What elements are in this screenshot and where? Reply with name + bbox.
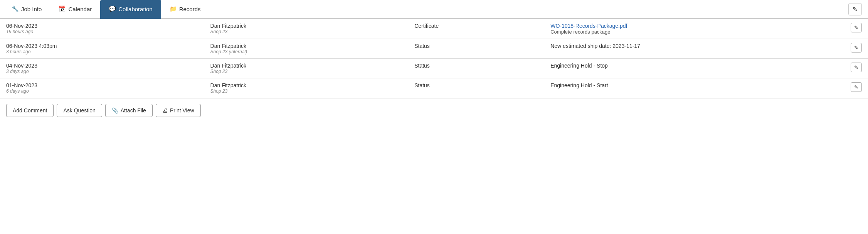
detail-text: New estimated ship date: 2023-11-17 xyxy=(550,43,838,49)
date-primary: 01-Nov-2023 xyxy=(6,82,198,88)
date-primary: 04-Nov-2023 xyxy=(6,63,198,69)
tab-job-info[interactable]: 🔧Job Info xyxy=(3,0,50,19)
date-secondary: 3 days ago xyxy=(6,69,198,74)
cell-type-2: Status xyxy=(408,59,544,78)
date-primary: 06-Nov-2023 4:03pm xyxy=(6,43,198,49)
print-view-icon: 🖨 xyxy=(162,107,168,114)
cell-action-0: ✎ xyxy=(844,19,868,39)
cell-person-0: Dan FitzpatrickShop 23 xyxy=(204,19,409,39)
table-row: 06-Nov-202319 hours agoDan FitzpatrickSh… xyxy=(0,19,868,39)
ask-question-button[interactable]: Ask Question xyxy=(57,104,102,117)
person-sub: Shop 23 xyxy=(210,69,402,74)
print-view-button[interactable]: 🖨Print View xyxy=(156,104,201,117)
person-name: Dan Fitzpatrick xyxy=(210,43,402,49)
cell-action-2: ✎ xyxy=(844,59,868,78)
records-icon: 📁 xyxy=(170,5,177,12)
cell-date-0: 06-Nov-202319 hours ago xyxy=(0,19,204,39)
detail-text: Engineering Hold - Start xyxy=(550,82,838,88)
print-view-label: Print View xyxy=(170,107,194,114)
tab-label: Job Info xyxy=(21,6,42,12)
tab-calendar[interactable]: 📅Calendar xyxy=(50,0,100,19)
person-name: Dan Fitzpatrick xyxy=(210,82,402,88)
cell-type-1: Status xyxy=(408,39,544,59)
add-comment-button[interactable]: Add Comment xyxy=(6,104,54,117)
table-row: 04-Nov-20233 days agoDan FitzpatrickShop… xyxy=(0,59,868,78)
calendar-icon: 📅 xyxy=(59,5,66,12)
attach-file-icon: 📎 xyxy=(112,107,118,114)
tab-label: Records xyxy=(179,6,201,12)
collaboration-icon: 💬 xyxy=(109,5,116,12)
edit-icon: ✎ xyxy=(853,6,858,12)
type-label: Status xyxy=(414,82,430,88)
cell-date-3: 01-Nov-20236 days ago xyxy=(0,78,204,98)
tab-bar: 🔧Job Info📅Calendar💬Collaboration📁Records… xyxy=(0,0,868,19)
type-label: Status xyxy=(414,43,430,49)
cell-person-3: Dan FitzpatrickShop 23 xyxy=(204,78,409,98)
tab-label: Collaboration xyxy=(118,6,152,12)
person-sub: Shop 23 xyxy=(210,29,402,34)
tab-collaboration[interactable]: 💬Collaboration xyxy=(100,0,161,19)
row-edit-button-2[interactable]: ✎ xyxy=(851,63,862,72)
cell-action-1: ✎ xyxy=(844,39,868,59)
table-row: 01-Nov-20236 days agoDan FitzpatrickShop… xyxy=(0,78,868,98)
cell-details-0: WO-1018-Records-Package.pdfComplete reco… xyxy=(544,19,844,39)
row-edit-button-0[interactable]: ✎ xyxy=(851,23,862,32)
add-comment-label: Add Comment xyxy=(13,107,47,114)
person-name: Dan Fitzpatrick xyxy=(210,23,402,29)
cell-details-1: New estimated ship date: 2023-11-17 xyxy=(544,39,844,59)
type-label: Status xyxy=(414,63,430,69)
cell-person-1: Dan FitzpatrickShop 23 (internal) xyxy=(204,39,409,59)
cell-action-3: ✎ xyxy=(844,78,868,98)
attach-file-label: Attach File xyxy=(121,107,146,114)
person-name: Dan Fitzpatrick xyxy=(210,63,402,69)
tab-label: Calendar xyxy=(68,6,92,12)
cell-type-3: Status xyxy=(408,78,544,98)
detail-sub: Complete records package xyxy=(550,29,838,35)
date-primary: 06-Nov-2023 xyxy=(6,23,198,29)
attach-file-button[interactable]: 📎Attach File xyxy=(105,104,153,117)
cell-details-3: Engineering Hold - Start xyxy=(544,78,844,98)
cell-type-0: Certificate xyxy=(408,19,544,39)
date-secondary: 6 days ago xyxy=(6,88,198,94)
type-label: Certificate xyxy=(414,23,439,29)
cell-person-2: Dan FitzpatrickShop 23 xyxy=(204,59,409,78)
job-info-icon: 🔧 xyxy=(12,5,19,12)
detail-link[interactable]: WO-1018-Records-Package.pdf xyxy=(550,23,627,29)
row-edit-button-3[interactable]: ✎ xyxy=(851,82,862,92)
person-sub: Shop 23 xyxy=(210,88,402,94)
table-row: 06-Nov-2023 4:03pm3 hours agoDan Fitzpat… xyxy=(0,39,868,59)
tab-records[interactable]: 📁Records xyxy=(161,0,209,19)
ask-question-label: Ask Question xyxy=(63,107,95,114)
date-secondary: 19 hours ago xyxy=(6,29,198,34)
person-sub: Shop 23 (internal) xyxy=(210,49,402,54)
cell-details-2: Engineering Hold - Stop xyxy=(544,59,844,78)
row-edit-button-1[interactable]: ✎ xyxy=(851,43,862,53)
detail-text: Engineering Hold - Stop xyxy=(550,63,838,69)
date-secondary: 3 hours ago xyxy=(6,49,198,54)
cell-date-1: 06-Nov-2023 4:03pm3 hours ago xyxy=(0,39,204,59)
cell-date-2: 04-Nov-20233 days ago xyxy=(0,59,204,78)
top-edit-button[interactable]: ✎ xyxy=(848,3,862,15)
